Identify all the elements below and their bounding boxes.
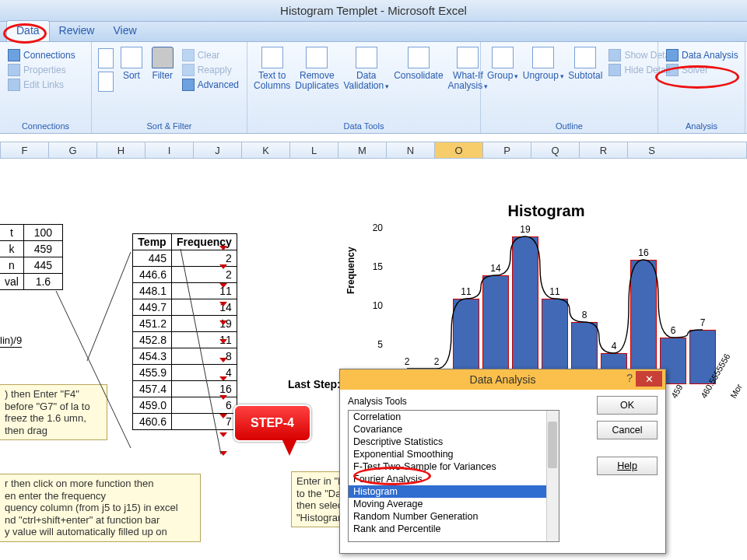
note-frequency: r then click on more function then en en…	[0, 474, 201, 542]
solver-icon	[666, 64, 679, 76]
connections-icon	[8, 49, 20, 61]
edit-links-button[interactable]: Edit Links	[6, 78, 77, 92]
solver-button[interactable]: Solver	[665, 63, 740, 77]
chart-title: Histogram	[352, 201, 741, 220]
data-analysis-icon	[666, 49, 679, 61]
cell[interactable]: 451.2	[133, 316, 172, 332]
filter-button[interactable]: Filter	[149, 45, 176, 81]
clear-button[interactable]: Clear	[181, 48, 240, 62]
title-bar: Histogram Templet - Microsoft Excel	[0, 0, 747, 22]
column-header-F[interactable]: F	[0, 142, 48, 158]
text-to-columns-button[interactable]: Text to Columns	[254, 45, 290, 91]
cell[interactable]: 455.9	[133, 365, 172, 381]
comment-indicator	[219, 320, 227, 325]
group-connections: Connections	[0, 120, 91, 133]
note-freeze: ) then Enter "F4" before "G7" of la to f…	[0, 384, 107, 440]
ribbon-tabs: Data Review View	[0, 22, 747, 42]
cell[interactable]: t	[0, 225, 23, 241]
table-header: Temp	[133, 234, 172, 250]
data-analysis-button[interactable]: Data Analysis	[665, 48, 740, 62]
list-item[interactable]: Descriptive Statistics	[349, 436, 559, 448]
connections-button[interactable]: Connections	[6, 48, 77, 62]
ungroup-button[interactable]: Ungroup	[523, 45, 563, 81]
dialog-close-button[interactable]: ✕	[636, 371, 662, 387]
tab-review[interactable]: Review	[50, 21, 104, 41]
sort-za-icon[interactable]	[98, 72, 114, 92]
svg-line-1	[87, 252, 131, 361]
cancel-button[interactable]: Cancel	[597, 421, 658, 439]
sort-az-icon[interactable]	[98, 48, 114, 68]
ribbon: Connections Properties Edit Links Connec…	[0, 42, 747, 134]
cell[interactable]: 449.7	[133, 299, 172, 316]
y-tick: 20	[367, 222, 383, 233]
cell[interactable]: 454.3	[133, 348, 172, 365]
help-button[interactable]: Help	[597, 457, 658, 475]
cell[interactable]: 460.6	[133, 414, 172, 430]
scrollbar[interactable]	[546, 411, 559, 541]
data-analysis-dialog: Data Analysis ? ✕ Analysis Tools Correla…	[339, 369, 666, 554]
group-sort-filter: Sort & Filter	[92, 120, 247, 133]
column-header-N[interactable]: N	[386, 142, 434, 158]
comment-indicator	[219, 302, 227, 306]
cell[interactable]: 445	[133, 250, 172, 267]
sort-button[interactable]: Sort	[118, 45, 145, 81]
tab-view[interactable]: View	[103, 21, 146, 41]
dialog-title-bar[interactable]: Data Analysis ? ✕	[340, 369, 665, 390]
reapply-button[interactable]: Reapply	[181, 63, 240, 77]
list-item[interactable]: Fourier Analysis	[349, 473, 559, 485]
cell[interactable]: n	[0, 257, 23, 274]
column-header-Q[interactable]: Q	[531, 142, 579, 158]
group-data-tools: Data Tools	[247, 120, 480, 133]
data-validation-button[interactable]: Data Validation	[343, 45, 389, 91]
list-item[interactable]: F-Test Two-Sample for Variances	[349, 460, 559, 473]
column-header-P[interactable]: P	[482, 142, 531, 158]
consolidate-button[interactable]: Consolidate	[394, 45, 443, 81]
advanced-icon	[182, 79, 195, 91]
cell[interactable]: 457.4	[133, 381, 172, 397]
scroll-thumb[interactable]	[548, 422, 557, 468]
tab-data[interactable]: Data	[6, 20, 50, 41]
column-header-H[interactable]: H	[96, 142, 145, 158]
column-header-G[interactable]: G	[48, 142, 96, 158]
list-item[interactable]: Moving Average	[349, 498, 559, 510]
cell[interactable]: 452.8	[133, 332, 172, 348]
cell[interactable]: 459.0	[133, 397, 172, 414]
column-header-L[interactable]: L	[289, 142, 338, 158]
cell[interactable]: 100	[23, 225, 62, 241]
column-header-S[interactable]: S	[627, 142, 675, 158]
properties-button[interactable]: Properties	[6, 63, 77, 77]
clear-icon	[182, 49, 195, 61]
comment-indicator	[219, 283, 227, 288]
advanced-button[interactable]: Advanced	[181, 78, 240, 92]
cell[interactable]: 445	[23, 257, 62, 274]
dialog-section-label: Analysis Tools	[348, 396, 583, 407]
subtotal-button[interactable]: Subtotal	[568, 45, 602, 81]
cell[interactable]: k	[0, 241, 23, 257]
dialog-help-icon[interactable]: ?	[626, 372, 633, 384]
worksheet[interactable]: t100 k459 n445 val1.6 lin)/9 TempFrequen…	[0, 159, 747, 560]
cell[interactable]: 1.6	[23, 274, 62, 290]
cell[interactable]: 448.1	[133, 283, 172, 299]
formula-fragment: lin)/9	[0, 334, 22, 348]
column-header-K[interactable]: K	[241, 142, 289, 158]
group-button[interactable]: Group	[487, 45, 518, 81]
column-header-I[interactable]: I	[145, 142, 193, 158]
list-item[interactable]: Rank and Percentile	[349, 523, 559, 535]
ok-button[interactable]: OK	[597, 396, 658, 415]
analysis-tools-list[interactable]: CorrelationCovarianceDescriptive Statist…	[348, 410, 559, 542]
list-item[interactable]: Correlation	[349, 411, 559, 423]
cell[interactable]: val	[0, 274, 23, 290]
cell[interactable]: 459	[23, 241, 62, 257]
column-header-J[interactable]: J	[193, 142, 241, 158]
column-header-R[interactable]: R	[579, 142, 627, 158]
list-item[interactable]: Covariance	[349, 423, 559, 436]
list-item[interactable]: Random Number Generation	[349, 510, 559, 523]
column-header-O[interactable]: O	[434, 142, 482, 158]
cell[interactable]: 446.6	[133, 267, 172, 283]
list-item[interactable]: Exponential Smoothing	[349, 448, 559, 460]
remove-duplicates-button[interactable]: Remove Duplicates	[295, 45, 338, 91]
comment-indicator	[219, 376, 227, 381]
column-header-M[interactable]: M	[338, 142, 386, 158]
list-item[interactable]: Histogram	[349, 485, 559, 498]
reapply-icon	[182, 64, 195, 76]
